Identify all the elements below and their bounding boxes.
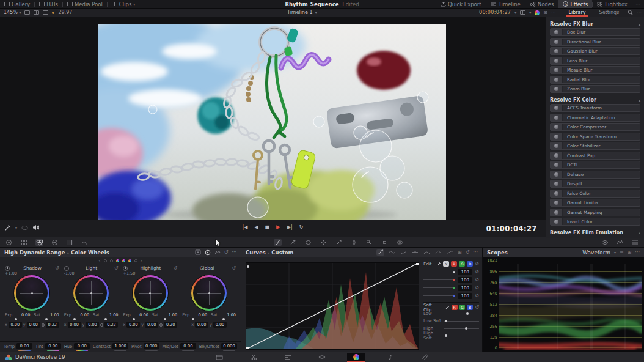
tab-library[interactable]: Library (564, 9, 591, 17)
sat-vs-sat-icon[interactable] (434, 249, 442, 256)
fx-section-film-emulation[interactable]: Resolve FX Film Emulation ▴ (550, 229, 640, 237)
highlight-color-wheel[interactable] (133, 275, 168, 311)
blue-gain-value[interactable]: 100 (458, 293, 472, 299)
lightbox-grid-icon[interactable] (631, 239, 639, 246)
blue-gain-slider[interactable] (423, 295, 455, 296)
exposure-dial-icon[interactable] (64, 266, 69, 271)
lightbox-button[interactable]: Lightbox (593, 0, 632, 8)
expand-panel-icon[interactable]: ⊞ (458, 249, 462, 255)
timeline-button[interactable]: Timeline (486, 0, 525, 8)
scope-settings-icon[interactable]: ≡ (620, 249, 624, 255)
more-options-icon[interactable]: ··· (551, 10, 556, 15)
fx-item-gaussian-blur[interactable]: Gaussian Blur (550, 47, 640, 55)
reset-icon[interactable]: ↺ (475, 305, 479, 310)
page-dot-active[interactable] (116, 259, 119, 262)
param-hue[interactable]: Hue0.00 (64, 343, 90, 351)
exposure-dial-icon[interactable] (5, 266, 10, 271)
luts-button[interactable]: LUTs (35, 0, 62, 8)
magic-mask-palette-icon[interactable] (335, 239, 343, 246)
cut-page-button[interactable] (244, 353, 263, 362)
reset-icon[interactable]: ↺ (173, 265, 177, 271)
camera-raw-palette-icon[interactable] (5, 239, 13, 246)
highlight-mode-icon[interactable] (601, 239, 609, 246)
chevron-down-icon[interactable]: ▾ (529, 10, 531, 15)
fx-section-color[interactable]: Resolve FX Color ▴ (550, 96, 640, 104)
single-viewer-icon[interactable] (24, 10, 30, 15)
blur-palette-icon[interactable] (350, 239, 358, 246)
y-value[interactable]: 0.00 (213, 322, 227, 328)
param-mid-det[interactable]: Mid/Det0.00 (163, 343, 196, 351)
x-value[interactable]: 0.00 (9, 322, 22, 328)
edit-page-button[interactable] (279, 353, 297, 362)
reset-icon[interactable]: ↺ (114, 265, 119, 271)
stereo-palette-icon[interactable] (396, 239, 404, 246)
stop-button[interactable]: ■ (265, 224, 269, 230)
page-dot[interactable] (110, 259, 113, 262)
x-value[interactable]: 0.00 (68, 322, 81, 328)
channel-g-button[interactable]: G (459, 261, 465, 267)
zoom-level-select[interactable]: 145% ▾ (4, 10, 21, 15)
deliver-page-button[interactable] (415, 353, 434, 362)
color-match-palette-icon[interactable] (20, 239, 28, 246)
fx-item-gamut-limiter[interactable]: Gamut Limiter (550, 199, 640, 207)
channel-b-button[interactable]: B (467, 261, 473, 267)
reset-icon[interactable]: ↺ (466, 249, 470, 255)
soft-clip-b-button[interactable]: B (467, 305, 473, 310)
reset-icon[interactable]: ↺ (475, 269, 479, 275)
fx-item-aces-transform[interactable]: ACES Transform (550, 104, 640, 112)
soft-clip-r-button[interactable]: R (452, 305, 458, 310)
y-value[interactable]: 0.00 (86, 322, 99, 328)
grade-preview-icon[interactable] (535, 10, 540, 15)
reset-icon[interactable]: ↺ (475, 285, 479, 290)
x-value[interactable]: 0.00 (126, 322, 140, 328)
page-dot[interactable] (134, 259, 137, 262)
video-frame[interactable] (98, 24, 446, 221)
reset-icon[interactable]: ↺ (475, 293, 479, 298)
exp-slider[interactable] (5, 319, 30, 319)
search-icon[interactable] (628, 10, 633, 15)
param-contrast[interactable]: Contrast1.000 (93, 343, 128, 351)
fx-item-gamut-mapping[interactable]: Gamut Mapping (550, 209, 640, 216)
param-temp[interactable]: Temp0.00 (4, 343, 32, 351)
hdr-graph-icon[interactable] (214, 249, 221, 255)
edit-spline-icon[interactable] (436, 262, 441, 267)
fusion-page-button[interactable] (313, 353, 331, 362)
page-dot-active[interactable] (128, 259, 131, 262)
fx-item-despill[interactable]: Despill (550, 180, 640, 188)
reset-icon[interactable]: ↺ (55, 265, 59, 271)
more-options-icon[interactable]: ··· (635, 249, 640, 255)
zone-solo-icon[interactable] (205, 249, 211, 256)
more-options-icon[interactable]: ··· (232, 249, 236, 255)
exp-slider[interactable] (182, 319, 207, 319)
tracker-palette-icon[interactable] (320, 239, 327, 246)
fx-item-dehaze[interactable]: Dehaze (550, 171, 640, 179)
green-gain-value[interactable]: 100 (458, 285, 472, 291)
fx-item-color-compressor[interactable]: Color Compressor (550, 123, 640, 131)
add-zone-icon[interactable] (195, 249, 201, 255)
sat-slider[interactable] (93, 319, 118, 319)
expand-panel-icon[interactable]: ⊞ (628, 249, 632, 255)
channel-y-button[interactable]: Y (443, 261, 449, 267)
motion-effects-palette-icon[interactable] (81, 239, 89, 246)
exp-slider[interactable] (64, 319, 89, 319)
collapse-icon[interactable]: ▴ (639, 22, 640, 26)
fx-item-box-blur[interactable]: Box Blur (550, 28, 640, 36)
fx-item-color-stabilizer[interactable]: Color Stabilizer (550, 142, 640, 150)
page-dot[interactable] (104, 259, 107, 262)
hue-vs-lum-icon[interactable] (411, 249, 419, 256)
lum-value[interactable]: 0.22 (46, 322, 59, 328)
y-value[interactable]: 0.00 (145, 322, 158, 328)
play-button[interactable]: ▶ (276, 224, 280, 230)
low-soft-slider[interactable] (444, 321, 479, 322)
prev-page-icon[interactable]: ‹ (98, 258, 100, 264)
more-options-icon[interactable]: ··· (637, 10, 642, 15)
enhanced-viewer-icon[interactable] (43, 10, 48, 15)
clips-button[interactable]: Clips ▾ (108, 0, 140, 8)
color-wheels-palette-icon[interactable] (35, 239, 43, 246)
scopes-toggle-icon[interactable] (616, 239, 624, 246)
light-color-wheel[interactable] (73, 275, 109, 311)
gallery-button[interactable]: Gallery (0, 0, 34, 8)
fx-item-color-space-transform[interactable]: Color Space Transform (550, 133, 640, 141)
exp-slider[interactable] (123, 319, 148, 319)
lum-vs-sat-icon[interactable] (423, 249, 431, 256)
